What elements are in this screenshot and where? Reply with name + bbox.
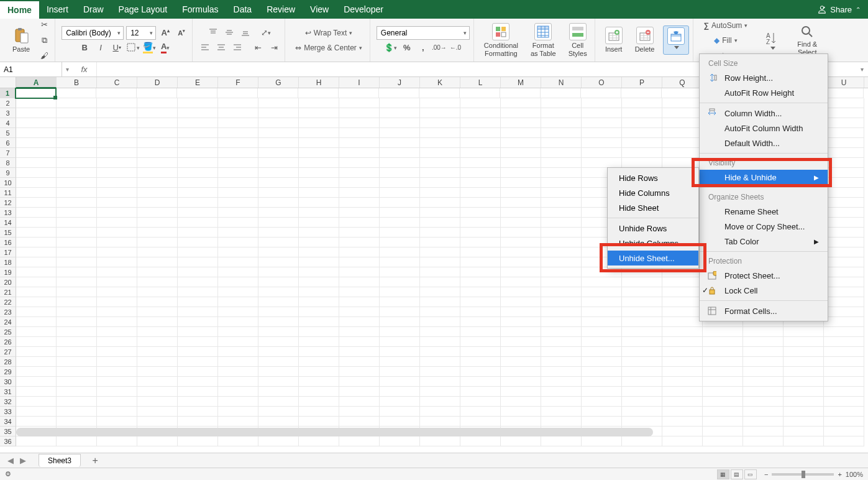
cell[interactable] xyxy=(178,188,218,198)
cell[interactable] xyxy=(97,407,137,417)
cell[interactable] xyxy=(420,178,460,188)
cell[interactable] xyxy=(258,247,299,257)
cell[interactable] xyxy=(258,108,299,118)
cell[interactable] xyxy=(97,178,137,188)
cell[interactable] xyxy=(582,98,622,108)
cell[interactable] xyxy=(662,267,703,277)
cell[interactable] xyxy=(783,397,824,407)
cell[interactable] xyxy=(339,387,380,397)
row-header[interactable]: 3 xyxy=(0,108,16,118)
cell[interactable] xyxy=(97,367,137,377)
cell[interactable] xyxy=(743,436,783,446)
cell[interactable] xyxy=(824,218,864,228)
cell[interactable] xyxy=(57,387,97,397)
cell[interactable] xyxy=(339,247,380,257)
row-header[interactable]: 24 xyxy=(0,317,16,327)
cell[interactable] xyxy=(501,367,541,377)
cell[interactable] xyxy=(743,377,783,387)
cell[interactable] xyxy=(622,337,662,347)
decrease-font-button[interactable]: A▾ xyxy=(175,26,188,40)
cell[interactable] xyxy=(420,327,460,337)
cell[interactable] xyxy=(703,337,743,347)
underline-button[interactable]: U▾ xyxy=(110,41,124,55)
cell[interactable] xyxy=(56,88,96,98)
cell[interactable] xyxy=(137,257,178,267)
cell[interactable] xyxy=(218,108,258,118)
cell[interactable] xyxy=(541,128,582,138)
cell[interactable] xyxy=(420,208,460,218)
cell[interactable] xyxy=(57,397,97,407)
cell[interactable] xyxy=(662,88,702,98)
cell[interactable] xyxy=(460,307,501,317)
cell[interactable] xyxy=(57,307,97,317)
cell[interactable] xyxy=(258,178,299,188)
cell[interactable] xyxy=(541,277,582,287)
cell[interactable] xyxy=(339,98,380,108)
sort-filter-button[interactable]: AZ xyxy=(761,29,783,51)
cell[interactable] xyxy=(380,287,420,297)
cell[interactable] xyxy=(57,417,97,427)
cell[interactable] xyxy=(258,317,299,327)
cell[interactable] xyxy=(178,277,218,287)
cell[interactable] xyxy=(420,198,460,208)
decrease-decimal-button[interactable]: ←.0 xyxy=(449,41,462,55)
column-header[interactable]: O xyxy=(582,77,622,88)
align-top-button[interactable] xyxy=(207,26,221,40)
cell[interactable] xyxy=(662,277,703,287)
cell[interactable] xyxy=(178,128,218,138)
cell[interactable] xyxy=(460,257,501,267)
cell[interactable] xyxy=(137,307,178,317)
cell[interactable] xyxy=(137,178,178,188)
cell[interactable] xyxy=(582,436,622,446)
cell[interactable] xyxy=(258,407,299,417)
cell[interactable] xyxy=(137,238,178,247)
cell[interactable] xyxy=(258,297,299,307)
cell[interactable] xyxy=(299,287,339,297)
cell[interactable] xyxy=(824,198,864,208)
column-header[interactable]: Q xyxy=(662,77,703,88)
cell[interactable] xyxy=(501,257,541,267)
cell[interactable] xyxy=(57,357,97,367)
cell[interactable] xyxy=(57,317,97,327)
cell[interactable] xyxy=(339,307,380,317)
cell[interactable] xyxy=(581,88,621,98)
cell[interactable] xyxy=(541,267,582,277)
cell[interactable] xyxy=(97,387,137,397)
cell[interactable] xyxy=(380,377,420,387)
cell[interactable] xyxy=(339,317,380,327)
cell[interactable] xyxy=(420,148,460,158)
cell[interactable] xyxy=(541,327,582,337)
cell[interactable] xyxy=(541,168,582,178)
cell[interactable] xyxy=(743,327,783,337)
cell[interactable] xyxy=(582,347,622,357)
cell[interactable] xyxy=(16,128,57,138)
cell[interactable] xyxy=(380,168,420,178)
cell[interactable] xyxy=(541,228,582,238)
tab-view[interactable]: View xyxy=(303,0,336,19)
cell[interactable] xyxy=(137,417,178,427)
cell[interactable] xyxy=(57,218,97,228)
cell[interactable] xyxy=(501,168,541,178)
comma-button[interactable]: , xyxy=(416,41,430,55)
row-header[interactable]: 29 xyxy=(0,367,16,377)
cell[interactable] xyxy=(783,407,824,417)
cell[interactable] xyxy=(380,357,420,367)
cell[interactable] xyxy=(824,387,864,397)
cell[interactable] xyxy=(380,118,420,128)
cell[interactable] xyxy=(258,218,299,228)
percent-button[interactable]: % xyxy=(400,41,414,55)
cell[interactable] xyxy=(339,88,379,98)
cell[interactable] xyxy=(299,228,339,238)
cell[interactable] xyxy=(339,218,380,228)
cell[interactable] xyxy=(218,377,258,387)
row-header[interactable]: 32 xyxy=(0,397,16,407)
cell[interactable] xyxy=(582,287,622,297)
cell[interactable] xyxy=(380,307,420,317)
cell[interactable] xyxy=(16,188,57,198)
cell[interactable] xyxy=(299,347,339,357)
cell[interactable] xyxy=(178,377,218,387)
cell[interactable] xyxy=(16,387,57,397)
cell[interactable] xyxy=(541,108,582,118)
cell[interactable] xyxy=(824,148,864,158)
cell[interactable] xyxy=(97,188,137,198)
